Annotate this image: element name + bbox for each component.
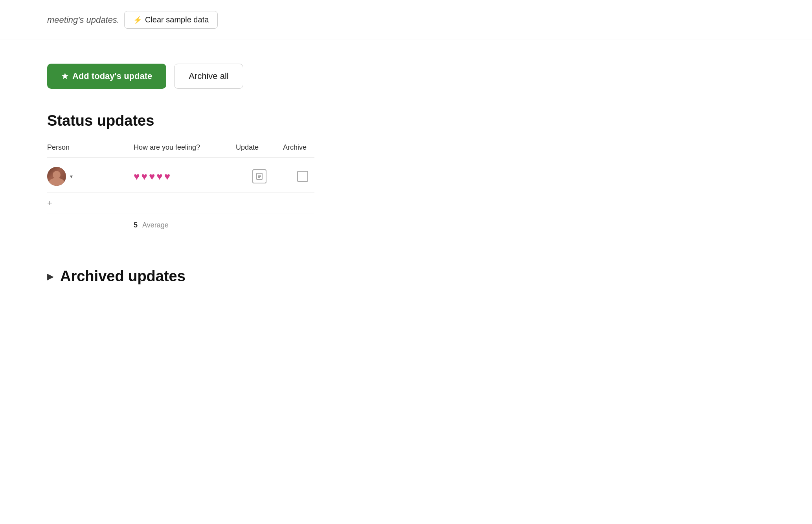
chevron-down-icon[interactable]: ▾ — [70, 173, 73, 180]
archived-updates-header[interactable]: ▶ Archived updates — [47, 268, 765, 285]
archive-cell[interactable] — [283, 171, 322, 182]
clear-sample-data-button[interactable]: ⚡ Clear sample data — [124, 11, 218, 29]
meeting-text: meeting's updates. — [47, 15, 119, 25]
avatar[interactable] — [47, 167, 66, 186]
status-updates-section: Status updates Person How are you feelin… — [47, 112, 314, 236]
col-header-person: Person — [47, 143, 134, 152]
summary-row: 5 Average — [47, 214, 314, 236]
star-icon: ★ — [61, 71, 68, 81]
heart-4: ♥ — [156, 170, 162, 183]
col-header-archive: Archive — [283, 143, 322, 152]
bolt-icon: ⚡ — [133, 16, 142, 24]
person-cell: ▾ — [47, 167, 134, 186]
add-row-icon[interactable]: + — [47, 198, 52, 208]
archive-all-button[interactable]: Archive all — [174, 64, 243, 89]
update-doc-icon[interactable] — [252, 169, 266, 183]
archive-all-label: Archive all — [189, 71, 228, 81]
add-update-label: Add today's update — [72, 71, 152, 81]
action-buttons: ★ Add today's update Archive all — [47, 64, 765, 89]
col-header-feeling: How are you feeling? — [134, 143, 236, 152]
add-row[interactable]: + — [47, 192, 314, 214]
add-today-update-button[interactable]: ★ Add today's update — [47, 64, 166, 89]
archived-updates-title: Archived updates — [60, 268, 186, 285]
status-updates-title: Status updates — [47, 112, 314, 129]
update-cell[interactable] — [236, 169, 283, 183]
table-row: ▾ ♥ ♥ ♥ ♥ ♥ — [47, 161, 314, 192]
triangle-expand-icon[interactable]: ▶ — [47, 271, 54, 282]
top-bar: meeting's updates. ⚡ Clear sample data — [0, 0, 812, 40]
heart-1: ♥ — [134, 170, 140, 183]
feelings-cell: ♥ ♥ ♥ ♥ ♥ — [134, 170, 236, 183]
summary-label: Average — [142, 221, 169, 229]
heart-5: ♥ — [164, 170, 170, 183]
main-content: ★ Add today's update Archive all Status … — [0, 40, 812, 308]
heart-2: ♥ — [141, 170, 147, 183]
clear-btn-label: Clear sample data — [145, 15, 209, 24]
avatar-image — [47, 167, 66, 186]
table-header: Person How are you feeling? Update Archi… — [47, 143, 314, 158]
archived-updates-section: ▶ Archived updates — [47, 268, 765, 285]
archive-checkbox[interactable] — [297, 171, 308, 182]
heart-3: ♥ — [149, 170, 155, 183]
summary-number: 5 — [134, 221, 138, 229]
col-header-update: Update — [236, 143, 283, 152]
